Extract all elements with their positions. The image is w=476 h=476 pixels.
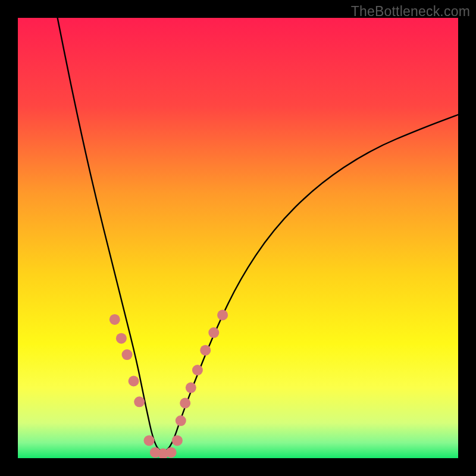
curve-marker-dot: [217, 310, 228, 321]
curve-marker-dot: [144, 435, 155, 446]
curve-marker-dot: [129, 376, 139, 387]
curve-marker-dot: [180, 398, 190, 409]
curve-marker-dot: [208, 327, 219, 338]
chart-plot-area: [18, 18, 458, 458]
curve-marker-dot: [109, 314, 120, 325]
curve-marker-dot: [116, 333, 127, 344]
chart-background: [18, 18, 458, 458]
curve-marker-dot: [186, 383, 196, 393]
curve-marker-dot: [172, 435, 183, 446]
curve-marker-dot: [134, 396, 145, 407]
curve-marker-dot: [122, 349, 133, 360]
curve-marker-dot: [192, 365, 203, 375]
curve-marker-dot: [200, 345, 211, 356]
chart-svg: [18, 18, 458, 458]
watermark-text: TheBottleneck.com: [351, 4, 470, 20]
curve-marker-dot: [176, 415, 186, 426]
curve-marker-dot: [166, 447, 177, 458]
